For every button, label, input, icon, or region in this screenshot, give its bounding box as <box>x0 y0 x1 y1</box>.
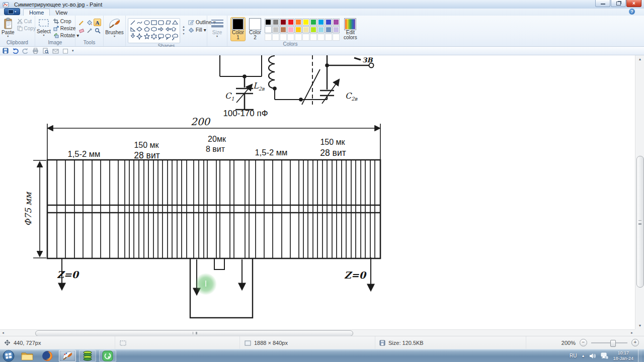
send-email-icon[interactable] <box>52 48 59 54</box>
eraser-tool[interactable] <box>77 27 85 34</box>
shapes-grid[interactable] <box>128 18 180 43</box>
palette-swatch[interactable] <box>310 19 317 26</box>
zoom-slider-thumb[interactable] <box>610 340 616 347</box>
chevron-down-icon: ▾ <box>204 27 206 33</box>
cursor-position-icon <box>4 339 11 346</box>
palette-swatch[interactable] <box>310 26 317 33</box>
palette-swatch[interactable] <box>272 34 279 41</box>
new-image-icon[interactable] <box>62 48 68 54</box>
taskbar-coil-app-button[interactable] <box>79 350 96 362</box>
redo-icon[interactable] <box>22 48 29 54</box>
taskbar-paint-button[interactable] <box>59 350 76 362</box>
palette-swatch[interactable] <box>325 34 332 41</box>
taskbar-clock[interactable]: 10:17 18-Jan-24 <box>613 350 633 361</box>
tab-home[interactable]: Home <box>23 9 50 16</box>
palette-swatch[interactable] <box>280 19 287 26</box>
select-button[interactable]: Select ▾ <box>35 17 52 40</box>
palette-swatch[interactable] <box>302 34 309 41</box>
print-preview-icon[interactable] <box>42 48 49 54</box>
palette-swatch[interactable] <box>333 26 340 33</box>
tab-view[interactable]: View <box>50 9 73 16</box>
chevron-down-icon: ▾ <box>15 10 16 13</box>
chevron-down-icon: ▾ <box>43 34 44 37</box>
winding-label: 150 мк <box>320 138 345 146</box>
qat-customize-icon[interactable]: ▾ <box>72 49 74 53</box>
winding-label: 28 вит <box>320 148 346 158</box>
palette-swatch[interactable] <box>272 26 279 33</box>
color2-button[interactable]: Color 2 <box>248 17 263 41</box>
shapes-scroll[interactable]: ▲ ▼ ▾ <box>181 17 186 43</box>
scroll-down-button[interactable]: ▼ <box>636 322 643 329</box>
print-icon[interactable] <box>32 48 39 54</box>
color2-swatch <box>249 18 261 30</box>
palette-swatch[interactable] <box>295 19 302 26</box>
undo-icon[interactable] <box>12 48 19 54</box>
zoom-control: 200% − + <box>561 339 644 346</box>
vertical-scrollbar[interactable]: ▲ ▼ <box>635 55 644 329</box>
palette-swatch[interactable] <box>310 34 317 41</box>
paste-button[interactable]: Paste ▾ <box>0 17 16 40</box>
pencil-tool[interactable] <box>77 19 85 26</box>
palette-swatch[interactable] <box>295 34 302 41</box>
palette-swatch[interactable] <box>295 26 302 33</box>
taskbar-explorer-button[interactable] <box>19 350 36 362</box>
palette-swatch[interactable] <box>302 19 309 26</box>
color1-button[interactable]: Color 1 <box>230 17 246 41</box>
horizontal-scrollbar[interactable]: ◄ ► <box>0 329 635 336</box>
winding-label: 150 мк <box>134 141 159 149</box>
brushes-button[interactable]: Brushes ▾ <box>104 17 125 38</box>
copy-label: Copy <box>24 26 36 31</box>
zoom-in-button[interactable]: + <box>631 339 639 346</box>
save-icon[interactable] <box>3 48 9 54</box>
group-clipboard: Paste ▾ Cut <box>0 16 35 46</box>
palette-swatch[interactable] <box>287 26 294 33</box>
resize-icon <box>53 26 59 31</box>
palette-swatch[interactable] <box>317 26 325 33</box>
palette-swatch[interactable] <box>325 26 332 33</box>
palette-swatch[interactable] <box>265 26 272 33</box>
palette-swatch[interactable] <box>280 26 287 33</box>
start-button[interactable] <box>2 350 16 362</box>
zoom-slider[interactable] <box>591 342 627 343</box>
show-desktop-button[interactable] <box>638 349 642 362</box>
taskbar-firefox-button[interactable] <box>39 350 56 362</box>
fill-tool[interactable] <box>86 19 93 26</box>
palette-swatch[interactable] <box>265 19 272 26</box>
scroll-left-button[interactable]: ◄ <box>0 330 6 336</box>
language-indicator[interactable]: RU <box>570 353 577 358</box>
palette-swatch[interactable] <box>272 19 279 26</box>
palette-swatch[interactable] <box>333 34 340 41</box>
zoom-out-button[interactable]: − <box>580 339 587 346</box>
scroll-right-button[interactable]: ► <box>629 330 635 336</box>
brush-icon <box>108 18 121 30</box>
text-tool[interactable]: A <box>94 19 101 26</box>
paint-canvas[interactable]: C1 L2в C2в ЗВ 100-170 пФ 200 1,5-2 мм 15… <box>0 55 635 329</box>
palette-swatch[interactable] <box>302 26 309 33</box>
scroll-up-button[interactable]: ▲ <box>636 56 643 62</box>
magnifier-tool[interactable] <box>94 27 101 34</box>
tray-expand-icon[interactable]: ▲ <box>582 354 585 357</box>
network-icon[interactable] <box>600 352 608 359</box>
help-icon[interactable]: ? <box>629 9 635 15</box>
palette-swatch[interactable] <box>287 34 294 41</box>
close-button[interactable]: × <box>626 0 641 7</box>
minimize-button[interactable] <box>595 0 610 7</box>
paint-menu-button[interactable]: ▾ <box>4 8 20 15</box>
winding-label: 1,5-2 мм <box>255 148 288 157</box>
palette-swatch[interactable] <box>265 34 272 41</box>
palette-swatch[interactable] <box>317 19 325 26</box>
vertical-scroll-thumb[interactable] <box>636 156 644 288</box>
palette-swatch[interactable] <box>325 19 332 26</box>
palette-swatch[interactable] <box>287 19 294 26</box>
restore-button[interactable] <box>611 0 626 7</box>
palette-swatch[interactable] <box>317 34 325 41</box>
minimize-icon <box>601 4 605 5</box>
taskbar-screen-recorder-button[interactable] <box>99 350 116 362</box>
palette-swatch[interactable] <box>280 34 287 41</box>
size-button[interactable]: Size ▾ <box>209 18 225 38</box>
copy-button[interactable]: Copy <box>16 25 37 32</box>
cut-button[interactable]: Cut <box>16 18 37 25</box>
color-picker-tool[interactable] <box>86 27 93 34</box>
palette-swatch[interactable] <box>333 19 340 26</box>
volume-icon[interactable] <box>589 353 596 359</box>
